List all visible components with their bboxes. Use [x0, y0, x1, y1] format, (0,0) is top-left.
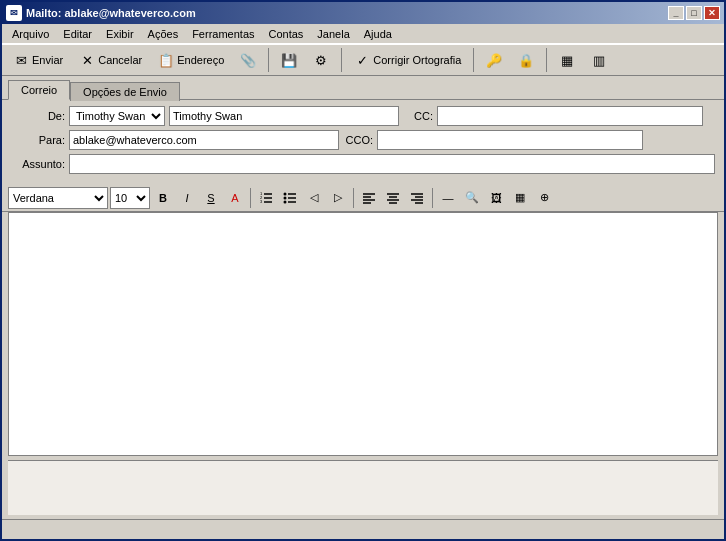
underline-button[interactable]: S	[200, 187, 222, 209]
toolbar-sep-2	[341, 48, 342, 72]
maximize-button[interactable]: □	[686, 6, 702, 20]
assunto-input[interactable]	[69, 154, 715, 174]
indent-increase-button[interactable]: ▷	[327, 187, 349, 209]
menu-editar[interactable]: Editar	[57, 26, 98, 42]
window-controls: _ □ ✕	[668, 6, 720, 20]
hr-button[interactable]: —	[437, 187, 459, 209]
align-left-icon	[362, 191, 376, 205]
minimize-button[interactable]: _	[668, 6, 684, 20]
indent-decrease-button[interactable]: ◁	[303, 187, 325, 209]
layout2-icon: ▥	[591, 52, 607, 68]
table-button[interactable]: ▦	[509, 187, 531, 209]
menu-arquivo[interactable]: Arquivo	[6, 26, 55, 42]
close-button[interactable]: ✕	[704, 6, 720, 20]
encrypt-button[interactable]: 🔒	[511, 47, 541, 73]
ordered-list-icon: 1 2 3	[259, 191, 273, 205]
status-bar	[2, 519, 724, 539]
zoom-button[interactable]: 🔍	[461, 187, 483, 209]
title-bar: ✉ Mailto: ablake@whateverco.com _ □ ✕	[2, 2, 724, 24]
italic-button[interactable]: I	[176, 187, 198, 209]
menu-ferramentas[interactable]: Ferramentas	[186, 26, 260, 42]
ordered-list-button[interactable]: 1 2 3	[255, 187, 277, 209]
more-button[interactable]: ⊕	[533, 187, 555, 209]
address-icon: 📋	[158, 52, 174, 68]
toolbar-sep-1	[268, 48, 269, 72]
menu-contas[interactable]: Contas	[263, 26, 310, 42]
spellcheck-icon: ✓	[354, 52, 370, 68]
menu-acoes[interactable]: Ações	[142, 26, 185, 42]
fmt-sep-2	[353, 188, 354, 208]
tab-opcoes[interactable]: Opções de Envio	[70, 82, 180, 101]
cc-section: CC:	[403, 106, 703, 126]
unordered-list-icon	[283, 191, 297, 205]
send-icon: ✉	[13, 52, 29, 68]
sign-icon: 🔑	[486, 52, 502, 68]
title-bar-text: ✉ Mailto: ablake@whateverco.com	[6, 5, 196, 21]
align-left-button[interactable]	[358, 187, 380, 209]
app-icon: ✉	[6, 5, 22, 21]
size-select[interactable]: 10	[110, 187, 150, 209]
attach-button[interactable]: 📎	[233, 47, 263, 73]
compose-form: De: Timothy Swan CC: Para: CCO: Assunto:	[2, 100, 724, 184]
fmt-sep-3	[432, 188, 433, 208]
bold-button[interactable]: B	[152, 187, 174, 209]
sign-button[interactable]: 🔑	[479, 47, 509, 73]
assunto-row: Assunto:	[10, 154, 716, 174]
align-right-button[interactable]	[406, 187, 428, 209]
window-title: Mailto: ablake@whateverco.com	[26, 7, 196, 19]
main-content	[2, 212, 724, 519]
cancel-button[interactable]: ✕ Cancelar	[72, 47, 149, 73]
menu-exibir[interactable]: Exibir	[100, 26, 140, 42]
unordered-list-button[interactable]	[279, 187, 301, 209]
de-input[interactable]	[169, 106, 399, 126]
para-input[interactable]	[69, 130, 339, 150]
align-center-icon	[386, 191, 400, 205]
assunto-label: Assunto:	[10, 158, 65, 170]
menu-janela[interactable]: Janela	[311, 26, 355, 42]
svg-point-10	[284, 196, 287, 199]
save-button[interactable]: 💾	[274, 47, 304, 73]
para-label: Para:	[10, 134, 65, 146]
image-button[interactable]: 🖼	[485, 187, 507, 209]
spellcheck-label: Corrigir Ortografia	[373, 54, 461, 66]
menu-bar: Arquivo Editar Exibir Ações Ferramentas …	[2, 24, 724, 44]
para-row: Para: CCO:	[10, 130, 716, 150]
address-label: Endereço	[177, 54, 224, 66]
body-area	[8, 212, 718, 456]
de-row: De: Timothy Swan CC:	[10, 106, 716, 126]
layout1-icon: ▦	[559, 52, 575, 68]
cancel-icon: ✕	[79, 52, 95, 68]
options-button[interactable]: ⚙	[306, 47, 336, 73]
options-icon: ⚙	[313, 52, 329, 68]
format-toolbar: Verdana 10 B I S A 1 2 3	[2, 184, 724, 212]
spellcheck-button[interactable]: ✓ Corrigir Ortografia	[347, 47, 468, 73]
address-button[interactable]: 📋 Endereço	[151, 47, 231, 73]
send-label: Enviar	[32, 54, 63, 66]
align-center-button[interactable]	[382, 187, 404, 209]
svg-text:3: 3	[260, 199, 263, 204]
toolbar-sep-4	[546, 48, 547, 72]
layout2-button[interactable]: ▥	[584, 47, 614, 73]
font-select[interactable]: Verdana	[8, 187, 108, 209]
cc-input[interactable]	[437, 106, 703, 126]
save-icon: 💾	[281, 52, 297, 68]
align-right-icon	[410, 191, 424, 205]
main-toolbar: ✉ Enviar ✕ Cancelar 📋 Endereço 📎 💾 ⚙ ✓ C…	[2, 44, 724, 76]
cco-section: CCO:	[343, 130, 643, 150]
cco-label: CCO:	[343, 134, 373, 146]
tab-correio[interactable]: Correio	[8, 80, 70, 100]
cco-input[interactable]	[377, 130, 643, 150]
menu-ajuda[interactable]: Ajuda	[358, 26, 398, 42]
tab-bar: Correio Opções de Envio	[2, 76, 724, 100]
signature-area	[8, 460, 718, 515]
body-editor[interactable]	[9, 213, 717, 455]
font-color-button[interactable]: A	[224, 187, 246, 209]
cc-label: CC:	[403, 110, 433, 122]
encrypt-icon: 🔒	[518, 52, 534, 68]
de-dropdown[interactable]: Timothy Swan	[69, 106, 165, 126]
cancel-label: Cancelar	[98, 54, 142, 66]
layout1-button[interactable]: ▦	[552, 47, 582, 73]
attach-icon: 📎	[240, 52, 256, 68]
main-window: ✉ Mailto: ablake@whateverco.com _ □ ✕ Ar…	[0, 0, 726, 541]
send-button[interactable]: ✉ Enviar	[6, 47, 70, 73]
